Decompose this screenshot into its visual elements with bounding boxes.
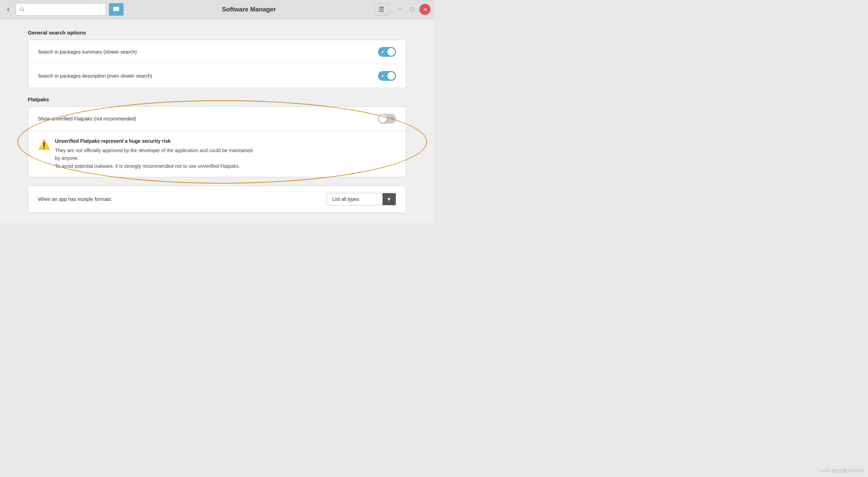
general-search-heading: General search options: [28, 30, 406, 36]
warning-text-block: Unverified Flatpaks represent a huge sec…: [55, 138, 253, 170]
warning-line1: They are not officially approved by the …: [55, 148, 253, 153]
toggle-thumb: [387, 48, 395, 56]
minimize-button[interactable]: −: [394, 4, 405, 15]
format-select-value: List all types: [327, 196, 382, 202]
search-description-toggle[interactable]: ✓: [378, 71, 396, 81]
chat-icon: [113, 6, 120, 13]
warning-box: ⚠️ Unverified Flatpaks represent a huge …: [28, 131, 406, 177]
search-summary-row: Search in packages summary (slower searc…: [28, 40, 406, 64]
warning-icon: ⚠️: [38, 139, 50, 150]
warning-title: Unverified Flatpaks represent a huge sec…: [55, 138, 253, 144]
general-search-section: General search options Search in package…: [28, 30, 406, 88]
svg-point-0: [20, 8, 23, 11]
show-unverified-toggle[interactable]: ✕: [378, 114, 396, 124]
show-unverified-label: Show unverified Flatpaks (not recommende…: [38, 116, 136, 122]
svg-rect-2: [113, 7, 119, 11]
search-summary-toggle[interactable]: ✓: [378, 47, 396, 57]
warning-content: ⚠️ Unverified Flatpaks represent a huge …: [38, 138, 396, 170]
titlebar: ‹ Software Manager ☰ − □ ✕: [0, 0, 434, 19]
search-input[interactable]: [27, 7, 103, 12]
svg-line-1: [23, 10, 24, 12]
toggle-checkmark-2: ✓: [381, 73, 385, 79]
general-search-card: Search in packages summary (slower searc…: [28, 40, 406, 88]
format-card: When an app has mutiple formats: List al…: [28, 186, 406, 213]
svg-marker-3: [113, 11, 115, 12]
maximize-button[interactable]: □: [407, 4, 418, 15]
dropdown-arrow-icon: ▼: [382, 193, 396, 205]
format-label: When an app has mutiple formats:: [38, 196, 112, 202]
flatpaks-heading: Flatpaks: [28, 96, 406, 102]
flatpaks-section: Flatpaks Show unverified Flatpaks (not r…: [28, 96, 406, 177]
search-summary-label: Search in packages summary (slower searc…: [38, 49, 137, 55]
warning-line2: by anyone.: [55, 155, 79, 161]
search-description-row: Search in packages description (even slo…: [28, 64, 406, 88]
flatpaks-wrapper: Show unverified Flatpaks (not recommende…: [28, 107, 406, 177]
search-icon: [19, 7, 24, 12]
main-content: General search options Search in package…: [0, 19, 434, 223]
flatpaks-card: Show unverified Flatpaks (not recommende…: [28, 107, 406, 177]
back-button[interactable]: ‹: [3, 3, 13, 15]
window-controls: − □ ✕: [394, 4, 431, 15]
menu-button[interactable]: ☰: [374, 3, 389, 16]
search-box: [16, 3, 106, 16]
format-select[interactable]: List all types ▼: [326, 193, 396, 205]
warning-body: They are not officially approved by the …: [55, 147, 253, 170]
show-unverified-row: Show unverified Flatpaks (not recommende…: [28, 107, 406, 131]
close-button[interactable]: ✕: [419, 4, 431, 15]
toggle-thumb-2: [387, 72, 395, 80]
warning-line3: To avoid potential malware, it is strong…: [55, 163, 240, 169]
toggle-checkmark: ✓: [381, 49, 385, 55]
chat-icon-button[interactable]: [109, 3, 124, 16]
toggle-thumb-3: [379, 115, 387, 123]
format-row: When an app has mutiple formats: List al…: [28, 186, 406, 212]
toggle-x: ✕: [391, 117, 394, 121]
app-title: Software Manager: [126, 6, 371, 13]
hamburger-icon: ☰: [379, 6, 384, 13]
search-description-label: Search in packages description (even slo…: [38, 73, 152, 79]
